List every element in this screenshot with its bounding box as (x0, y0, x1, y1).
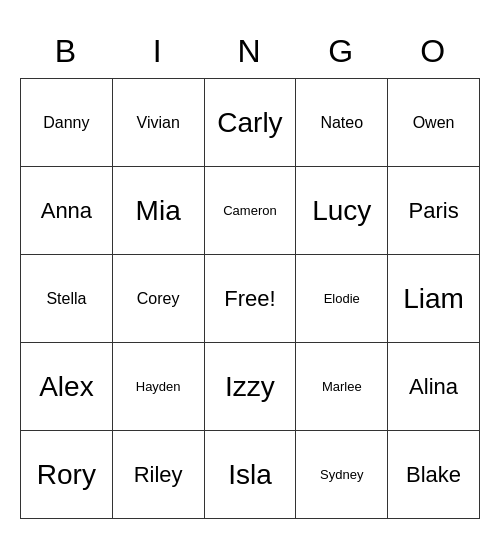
bingo-cell-3-3: Marlee (296, 343, 388, 431)
header-letter-n: N (204, 25, 296, 79)
bingo-cell-1-3: Lucy (296, 167, 388, 255)
bingo-row-1: AnnaMiaCameronLucyParis (21, 167, 480, 255)
bingo-cell-2-2: Free! (204, 255, 296, 343)
header-letter-i: I (112, 25, 204, 79)
bingo-cell-4-4: Blake (388, 431, 480, 519)
bingo-cell-1-4: Paris (388, 167, 480, 255)
bingo-card: BINGO DannyVivianCarlyNateoOwenAnnaMiaCa… (20, 25, 480, 519)
bingo-cell-3-2: Izzy (204, 343, 296, 431)
bingo-cell-3-4: Alina (388, 343, 480, 431)
bingo-cell-0-4: Owen (388, 79, 480, 167)
bingo-cell-2-0: Stella (21, 255, 113, 343)
bingo-row-4: RoryRileyIslaSydneyBlake (21, 431, 480, 519)
bingo-cell-2-3: Elodie (296, 255, 388, 343)
bingo-cell-4-3: Sydney (296, 431, 388, 519)
bingo-cell-0-3: Nateo (296, 79, 388, 167)
bingo-row-2: StellaCoreyFree!ElodieLiam (21, 255, 480, 343)
bingo-cell-2-1: Corey (112, 255, 204, 343)
header-letter-g: G (296, 25, 388, 79)
bingo-cell-4-2: Isla (204, 431, 296, 519)
header-letter-b: B (21, 25, 113, 79)
bingo-row-3: AlexHaydenIzzyMarleeAlina (21, 343, 480, 431)
bingo-cell-1-0: Anna (21, 167, 113, 255)
bingo-cell-1-2: Cameron (204, 167, 296, 255)
bingo-cell-4-0: Rory (21, 431, 113, 519)
bingo-cell-4-1: Riley (112, 431, 204, 519)
bingo-cell-3-1: Hayden (112, 343, 204, 431)
bingo-cell-0-0: Danny (21, 79, 113, 167)
bingo-header-row: BINGO (21, 25, 480, 79)
bingo-cell-1-1: Mia (112, 167, 204, 255)
bingo-cell-0-1: Vivian (112, 79, 204, 167)
bingo-cell-2-4: Liam (388, 255, 480, 343)
bingo-row-0: DannyVivianCarlyNateoOwen (21, 79, 480, 167)
bingo-cell-0-2: Carly (204, 79, 296, 167)
bingo-body: DannyVivianCarlyNateoOwenAnnaMiaCameronL… (21, 79, 480, 519)
header-letter-o: O (388, 25, 480, 79)
bingo-cell-3-0: Alex (21, 343, 113, 431)
